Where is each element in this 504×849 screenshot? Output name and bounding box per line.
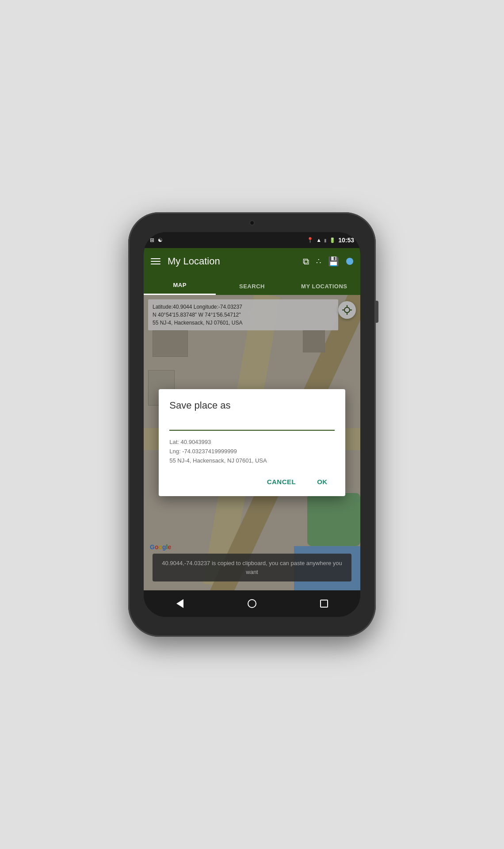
status-left-icons: ⊞ ☯	[150, 237, 163, 243]
status-right-icons: 📍 ▲ ▮ 🔋 10:53	[307, 237, 354, 244]
phone-screen: ⊞ ☯ 📍 ▲ ▮ 🔋 10:53 My Location	[144, 232, 360, 617]
image-icon: ⊞	[150, 237, 154, 243]
dialog-overlay: Save place as Lat: 40.9043993 Lng: -74.0…	[144, 295, 360, 590]
signal-icon: ▮	[324, 238, 327, 243]
dialog-input-container[interactable]	[169, 420, 334, 431]
dialog-address: 55 NJ-4, Hackensack, NJ 07601, USA	[169, 456, 334, 466]
app-bar: My Location ⧉ ∴ 💾	[144, 248, 360, 275]
dialog-title: Save place as	[169, 400, 334, 411]
app-title: My Location	[168, 256, 296, 267]
map-area[interactable]: Latitude:40.9044 Longitude:-74.03237 N 4…	[144, 295, 360, 590]
cancel-button[interactable]: CANCEL	[260, 474, 303, 489]
tab-bar: MAP SEARCH MY LOCATIONS	[144, 275, 360, 295]
share-icon[interactable]: ∴	[316, 256, 321, 266]
phone-camera	[249, 220, 255, 226]
menu-button[interactable]	[151, 258, 160, 264]
recents-icon	[320, 600, 328, 608]
dialog-info: Lat: 40.9043993 Lng: -74.03237419999999 …	[169, 438, 334, 465]
save-place-input[interactable]	[169, 420, 334, 428]
power-button	[375, 301, 378, 323]
home-icon	[248, 599, 256, 608]
status-bar: ⊞ ☯ 📍 ▲ ▮ 🔋 10:53	[144, 232, 360, 248]
tab-search[interactable]: SEARCH	[216, 283, 288, 295]
dialog-actions: CANCEL OK	[169, 474, 334, 489]
dialog-lat: Lat: 40.9043993	[169, 438, 334, 447]
phone-device: ⊞ ☯ 📍 ▲ ▮ 🔋 10:53 My Location	[128, 212, 376, 637]
save-place-dialog: Save place as Lat: 40.9043993 Lng: -74.0…	[159, 389, 345, 496]
dialog-lng: Lng: -74.03237419999999	[169, 447, 334, 456]
battery-icon: 🔋	[329, 237, 336, 243]
menu-line-3	[151, 264, 160, 264]
bottom-nav	[144, 590, 360, 617]
status-time: 10:53	[338, 237, 354, 244]
wifi-icon: ▲	[316, 237, 321, 243]
save-icon[interactable]: 💾	[328, 256, 339, 267]
android-icon: ☯	[158, 237, 163, 243]
recents-button[interactable]	[315, 595, 333, 612]
location-icon: 📍	[307, 237, 313, 243]
home-button[interactable]	[243, 595, 261, 612]
tab-my-locations[interactable]: MY LOCATIONS	[288, 283, 360, 295]
app-screen: ⊞ ☯ 📍 ▲ ▮ 🔋 10:53 My Location	[144, 232, 360, 617]
location-dot[interactable]	[346, 258, 353, 265]
ok-button[interactable]: OK	[310, 474, 335, 489]
back-icon	[176, 599, 183, 608]
tab-map[interactable]: MAP	[144, 282, 216, 295]
app-bar-actions: ⧉ ∴ 💾	[303, 256, 353, 267]
menu-line-1	[151, 258, 160, 259]
copy-icon[interactable]: ⧉	[303, 256, 309, 267]
back-button[interactable]	[171, 595, 189, 612]
menu-line-2	[151, 261, 160, 262]
